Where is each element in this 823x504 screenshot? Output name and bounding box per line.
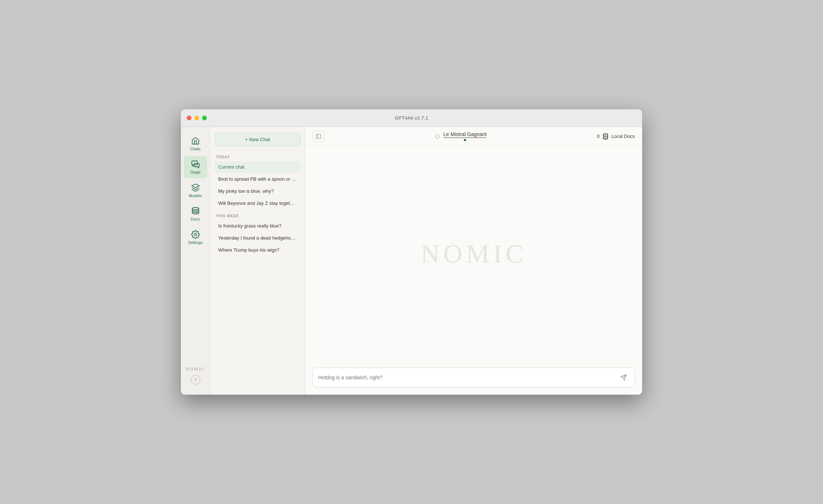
new-chat-button[interactable]: + New Chat [215,133,301,146]
chat-header: Le Mistral Gagnant 0 Local Docs [305,127,642,146]
chat-section-thisweek: THIS WEEK Is Kentucky grass really blue?… [210,210,305,256]
main-content: Chats Chats Models [181,127,642,395]
chat-item-toe[interactable]: My pinky toe is blue, why? [215,185,301,197]
send-icon [620,374,627,381]
local-docs-icon [602,133,609,140]
sidebar-nav: Chats Chats Models [181,127,210,395]
panel-toggle-icon [316,133,321,139]
sidebar-bottom: NOMIC ? [186,366,205,389]
local-docs-button[interactable]: 0 Local Docs [597,133,635,140]
model-name-label: Le Mistral Gagnant [443,131,487,138]
chat-icon [191,160,200,169]
sidebar-item-chats[interactable]: Chats [184,156,207,178]
titlebar: GPT4All v2.7.1 [181,109,642,127]
chat-body: NOMIC [305,146,642,362]
svg-rect-4 [316,134,321,139]
sidebar-item-chats-home[interactable]: Chats [184,133,207,155]
home-icon [191,136,200,145]
close-button[interactable] [187,116,191,120]
sidebar-item-models-label: Models [189,193,202,198]
sidebar-item-docs[interactable]: Docs [184,203,207,225]
sidebar-item-models[interactable]: Models [184,180,207,202]
help-button[interactable]: ? [191,375,200,384]
sidebar-item-docs-label: Docs [191,217,200,221]
chat-section-thisweek-label: THIS WEEK [216,214,301,218]
svg-rect-0 [192,161,197,165]
sidebar-item-settings[interactable]: Settings [184,226,207,248]
minimize-button[interactable] [194,116,199,120]
local-docs-count: 0 [597,133,599,139]
sidebar-toggle-button[interactable] [313,131,324,142]
nomic-logo-sidebar: NOMIC [186,366,205,372]
maximize-button[interactable] [202,116,207,120]
chat-section-today: TODAY Current chat Best to spread PB wit… [210,151,305,210]
database-icon [191,207,200,215]
model-selector[interactable]: Le Mistral Gagnant [329,131,592,141]
svg-point-5 [603,133,608,135]
chat-list-panel: + New Chat TODAY Current chat Best to sp… [210,127,305,395]
loading-spinner-icon [435,133,440,139]
sidebar-item-chats-label: Chats [190,170,201,174]
nomic-watermark: NOMIC [421,239,527,269]
svg-point-2 [192,207,199,210]
sidebar-item-settings-label: Settings [188,240,203,245]
app-window: GPT4All v2.7.1 Chats Chats [181,109,642,395]
chat-area: Le Mistral Gagnant 0 Local Docs [305,127,642,395]
send-button[interactable] [618,372,629,383]
sidebar-item-chats-home-label: Chats [190,147,201,151]
chat-section-today-label: TODAY [216,155,301,159]
chat-item-trump[interactable]: Where Trump buys his wigs? [215,244,301,256]
chat-input-area [305,362,642,395]
svg-point-3 [194,233,197,236]
chat-item-grass[interactable]: Is Kentucky grass really blue? [215,220,301,232]
traffic-lights [187,116,207,120]
chat-item-current[interactable]: Current chat [215,161,301,173]
app-title: GPT4All v2.7.1 [395,115,428,121]
chat-item-hedgehog[interactable]: Yesterday I found a dead hedgehog in... [215,232,301,244]
local-docs-label: Local Docs [611,133,635,139]
chat-item-pb[interactable]: Best to spread PB with a spoon or a knif… [215,173,301,185]
chat-input[interactable] [318,375,618,380]
chat-item-beyonce[interactable]: Will Beyonce and Jay Z stay together a..… [215,198,301,209]
cube-icon [191,183,200,192]
gear-icon [191,230,200,239]
model-status-dot [464,139,466,141]
chat-input-container [313,368,635,387]
